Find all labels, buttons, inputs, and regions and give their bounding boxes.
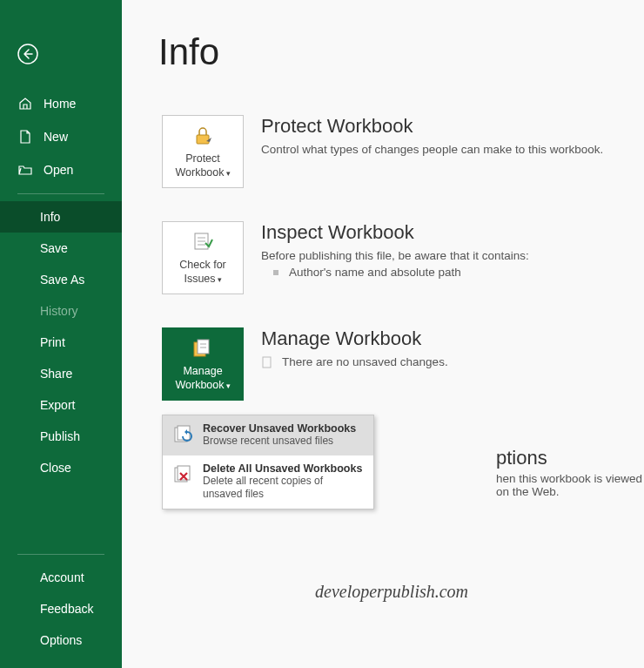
nav-share[interactable]: Share — [0, 358, 122, 389]
nav-close-label: Close — [40, 461, 71, 475]
manage-section: Manage Workbook▾ Manage Workbook There a… — [162, 327, 644, 401]
nav-publish[interactable]: Publish — [0, 421, 122, 452]
checklist-icon — [191, 229, 214, 255]
protect-title: Protect Workbook — [261, 115, 644, 138]
check-button-label: Check for Issues▾ — [163, 259, 243, 286]
manage-desc: There are no unsaved changes. — [282, 355, 448, 368]
nav-save-label: Save — [40, 241, 68, 255]
nav-home-label: Home — [44, 97, 76, 111]
manage-button-label: Manage Workbook▾ — [163, 365, 243, 392]
menu-recover-unsaved[interactable]: Recover Unsaved Workbooks Browse recent … — [163, 415, 373, 455]
main-pane: Info Protect Workbook▾ Protect Workbook … — [122, 0, 644, 668]
nav-options-label: Options — [40, 633, 82, 647]
nav-open[interactable]: Open — [0, 153, 122, 186]
nav-account[interactable]: Account — [0, 562, 122, 593]
home-icon — [17, 96, 33, 111]
nav-close[interactable]: Close — [0, 452, 122, 483]
sidebar: Home New Open Info Save Save As History … — [0, 0, 122, 668]
nav-account-label: Account — [40, 570, 84, 584]
browser-view-title-fragment: ptions — [496, 447, 547, 469]
documents-icon — [191, 335, 214, 361]
nav-share-label: Share — [40, 367, 72, 381]
nav-history: History — [0, 295, 122, 327]
menu-recover-desc: Browse recent unsaved files — [203, 435, 356, 449]
inspect-title: Inspect Workbook — [261, 221, 644, 244]
inspect-item: Author's name and absolute path — [261, 266, 644, 279]
divider — [17, 193, 104, 194]
nav-new-label: New — [44, 130, 68, 144]
lock-icon — [191, 123, 214, 149]
check-for-issues-button[interactable]: Check for Issues▾ — [162, 221, 244, 294]
nav-history-label: History — [40, 304, 78, 318]
nav-new[interactable]: New — [0, 120, 122, 153]
menu-recover-title: Recover Unsaved Workbooks — [203, 422, 356, 435]
nav-export[interactable]: Export — [0, 389, 122, 421]
manage-desc-line: There are no unsaved changes. — [261, 355, 644, 368]
svg-rect-9 — [178, 466, 190, 480]
protect-workbook-button[interactable]: Protect Workbook▾ — [162, 115, 244, 188]
back-button[interactable] — [10, 37, 45, 71]
nav-save-as[interactable]: Save As — [0, 264, 122, 295]
nav-home[interactable]: Home — [0, 87, 122, 120]
divider-bottom — [17, 554, 104, 555]
recover-icon — [171, 422, 196, 447]
nav-open-label: Open — [44, 163, 73, 177]
nav-options[interactable]: Options — [0, 624, 122, 656]
nav-export-label: Export — [40, 398, 75, 412]
delete-icon — [171, 462, 196, 487]
page-title: Info — [158, 31, 644, 73]
nav-info-label: Info — [40, 210, 60, 224]
svg-rect-1 — [197, 135, 209, 144]
inspect-section: Check for Issues▾ Inspect Workbook Befor… — [162, 221, 644, 294]
manage-workbook-button[interactable]: Manage Workbook▾ — [162, 327, 244, 401]
back-arrow-icon — [17, 44, 38, 64]
browser-view-desc-fragment: hen this workbook is viewed on the Web. — [496, 472, 644, 498]
nav-save[interactable]: Save — [0, 233, 122, 264]
nav-save-as-label: Save As — [40, 273, 84, 287]
menu-delete-desc: Delete all recent copies of unsaved file… — [203, 475, 365, 502]
watermark: developerpublish.com — [315, 582, 468, 602]
manage-workbook-dropdown: Recover Unsaved Workbooks Browse recent … — [162, 415, 374, 509]
nav-feedback[interactable]: Feedback — [0, 593, 122, 624]
nav-print-label: Print — [40, 335, 65, 349]
document-icon — [17, 129, 33, 145]
nav-feedback-label: Feedback — [40, 602, 93, 616]
nav-publish-label: Publish — [40, 429, 80, 443]
menu-delete-unsaved[interactable]: Delete All Unsaved Workbooks Delete all … — [163, 455, 373, 509]
svg-rect-4 — [198, 340, 209, 354]
protect-button-label: Protect Workbook▾ — [163, 152, 243, 179]
bullet-icon — [273, 270, 278, 275]
protect-section: Protect Workbook▾ Protect Workbook Contr… — [162, 115, 644, 188]
menu-delete-title: Delete All Unsaved Workbooks — [203, 462, 365, 475]
inspect-desc: Before publishing this file, be aware th… — [261, 249, 644, 262]
protect-desc: Control what types of changes people can… — [261, 143, 644, 156]
nav-info[interactable]: Info — [0, 201, 122, 233]
document-small-icon — [261, 356, 273, 368]
svg-rect-5 — [263, 357, 271, 368]
nav-print[interactable]: Print — [0, 327, 122, 358]
manage-title: Manage Workbook — [261, 327, 644, 350]
folder-open-icon — [17, 162, 33, 178]
